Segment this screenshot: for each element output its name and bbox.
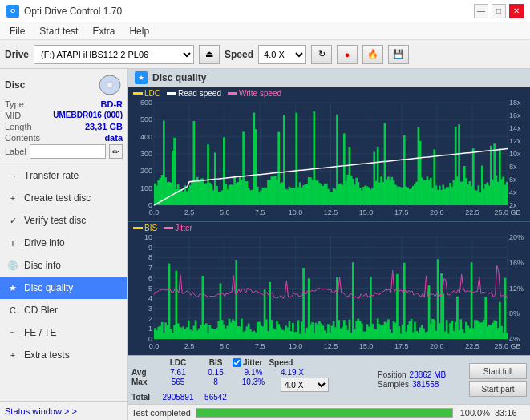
total-label: Total [131, 393, 157, 402]
progress-bar-container [196, 408, 453, 418]
nav-section: → Transfer rate + Create test disc ✓ Ver… [0, 164, 127, 401]
sidebar-item-label-disc-quality: Disc quality [24, 282, 73, 293]
action-buttons: Start full Start part [469, 358, 527, 402]
bottom-legend: BIS Jitter [128, 222, 530, 234]
length-label: Length [5, 122, 32, 131]
legend-write-speed-label: Write speed [239, 89, 281, 98]
legend-write-speed: Write speed [228, 89, 281, 98]
refresh-button[interactable]: ↻ [311, 45, 332, 64]
max-label: Max [131, 378, 157, 392]
stats-inner: LDC BIS Jitter Speed Avg 7.61 0.15 9.1% [128, 356, 530, 404]
legend-read-speed: Read speed [167, 89, 221, 98]
close-button[interactable]: ✕ [509, 4, 524, 18]
speed-select[interactable]: 4.0 X 2.0 X 8.0 X [258, 45, 306, 64]
disc-header: Disc [5, 74, 123, 96]
disc-quality-icon: ★ [6, 281, 19, 294]
menu-bar: File Start test Extra Help [0, 22, 530, 40]
legend-read-speed-color [167, 92, 176, 95]
save-button[interactable]: 💾 [388, 45, 409, 64]
progress-section: Test completed 100.0% 33:16 [128, 404, 530, 420]
legend-bis: BIS [133, 224, 157, 232]
menu-help[interactable]: Help [123, 24, 156, 38]
position-row: Position 23862 MB [378, 370, 466, 379]
title-bar-left: O Opti Drive Control 1.70 [6, 5, 122, 18]
start-full-button[interactable]: Start full [469, 363, 527, 379]
label-edit-button[interactable]: ✏ [109, 144, 123, 159]
contents-value: data [104, 133, 123, 143]
svg-point-2 [108, 83, 111, 87]
title-bar: O Opti Drive Control 1.70 — □ ✕ [0, 0, 530, 22]
type-value: BD-R [101, 99, 123, 109]
sidebar-item-drive-info[interactable]: i Drive info [0, 232, 127, 254]
main-layout: Disc Type BD-R MID UMEBDR016 (000) Leng [0, 69, 530, 420]
bottom-chart-container: BIS Jitter [128, 222, 530, 356]
sidebar-item-label-verify-test-disc: Verify test disc [24, 215, 86, 226]
sidebar-item-verify-test-disc[interactable]: ✓ Verify test disc [0, 209, 127, 232]
stats-columns: LDC BIS Jitter Speed Avg 7.61 0.15 9.1% [131, 358, 374, 402]
drive-info-icon: i [6, 236, 19, 249]
sidebar-item-disc-info[interactable]: 💿 Disc info [0, 254, 127, 277]
avg-speed: 4.19 X [281, 368, 304, 377]
drive-label: Drive [5, 49, 29, 60]
menu-start-test[interactable]: Start test [33, 24, 84, 38]
status-window-button[interactable]: Status window > > [0, 401, 127, 420]
sidebar-item-label-fe-te: FE / TE [24, 327, 56, 338]
sidebar: Disc Type BD-R MID UMEBDR016 (000) Leng [0, 69, 128, 420]
legend-bis-color [133, 227, 143, 229]
sidebar-item-transfer-rate[interactable]: → Transfer rate [0, 164, 127, 187]
menu-file[interactable]: File [3, 24, 31, 38]
speed-header: Speed [269, 358, 293, 367]
avg-label: Avg [131, 368, 157, 377]
burn-button[interactable]: 🔥 [362, 45, 383, 64]
max-bis: 8 [199, 378, 233, 392]
progress-percent: 100.0% [458, 408, 490, 418]
jitter-checkbox[interactable] [233, 358, 241, 367]
stats-bis-header: BIS [199, 358, 233, 367]
sidebar-item-fe-te[interactable]: ~ FE / TE [0, 321, 127, 344]
stats-empty [131, 358, 157, 367]
progress-bar-fill [196, 409, 452, 417]
transfer-rate-icon: → [6, 169, 19, 182]
sidebar-item-extra-tests[interactable]: + Extra tests [0, 344, 127, 366]
jitter-header: Jitter [233, 358, 262, 367]
label-label: Label [5, 147, 26, 156]
legend-jitter: Jitter [164, 224, 192, 232]
sidebar-item-disc-quality[interactable]: ★ Disc quality [0, 277, 127, 299]
disc-info-icon: 💿 [6, 259, 19, 272]
disc-quality-title: Disc quality [152, 72, 206, 83]
disc-label-row: Label ✏ [5, 144, 123, 159]
legend-write-speed-color [228, 92, 237, 95]
eject-button[interactable]: ⏏ [199, 45, 220, 64]
content-area: ★ Disc quality LDC Read speed [128, 69, 530, 420]
stats-avg-row: Avg 7.61 0.15 9.1% 4.19 X [131, 368, 374, 377]
contents-label: Contents [5, 133, 40, 143]
start-part-button[interactable]: Start part [469, 381, 527, 397]
bis-jitter-chart [128, 234, 530, 353]
total-bis: 56542 [199, 393, 233, 402]
disc-type-row: Type BD-R [5, 99, 123, 109]
sidebar-item-create-test-disc[interactable]: + Create test disc [0, 187, 127, 209]
type-label: Type [5, 99, 24, 109]
samples-row: Samples 381558 [378, 380, 466, 389]
samples-value: 381558 [412, 380, 439, 389]
cd-bler-icon: C [6, 304, 19, 317]
sidebar-item-cd-bler[interactable]: C CD Bler [0, 299, 127, 321]
verify-test-disc-icon: ✓ [6, 214, 19, 227]
toolbar: Drive (F:) ATAPI iHBS112 2 PL06 ⏏ Speed … [0, 40, 530, 69]
disc-length-row: Length 23,31 GB [5, 122, 123, 131]
position-value: 23862 MB [410, 370, 447, 379]
window-controls: — □ ✕ [474, 4, 524, 18]
maximize-button[interactable]: □ [492, 4, 506, 18]
label-input[interactable] [30, 144, 106, 159]
minimize-button[interactable]: — [474, 4, 488, 18]
position-samples-header [378, 358, 466, 370]
charts-wrapper: LDC Read speed Write speed [128, 87, 530, 355]
disc-section: Disc Type BD-R MID UMEBDR016 (000) Leng [0, 69, 127, 164]
settings-button[interactable]: ● [337, 45, 358, 64]
sidebar-item-label-extra-tests: Extra tests [24, 349, 70, 361]
disc-title: Disc [5, 79, 25, 91]
menu-extra[interactable]: Extra [86, 24, 121, 38]
speed-select-stats[interactable]: 4.0 X2.0 X8.0 X [281, 378, 329, 392]
drive-select[interactable]: (F:) ATAPI iHBS112 2 PL06 [34, 45, 194, 64]
jitter-label: Jitter [243, 358, 262, 367]
